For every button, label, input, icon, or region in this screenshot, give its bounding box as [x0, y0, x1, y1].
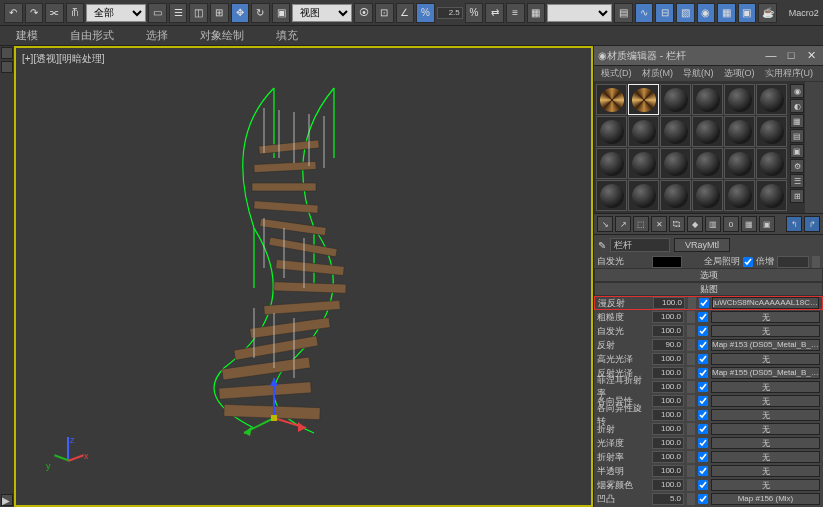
sample-slot[interactable] [724, 180, 755, 211]
param-value[interactable]: 100.0 [652, 311, 684, 323]
param-map-button[interactable]: 无 [711, 451, 820, 463]
sample-slot[interactable] [596, 180, 627, 211]
video-icon[interactable]: ▣ [790, 144, 804, 158]
sample-slot[interactable] [756, 180, 787, 211]
param-value[interactable]: 100.0 [652, 381, 684, 393]
snap-toggle[interactable]: ⊡ [375, 3, 394, 23]
param-map-button[interactable]: 无 [711, 423, 820, 435]
graphite-button[interactable]: ▧ [676, 3, 695, 23]
tab-populate[interactable]: 填充 [260, 25, 314, 46]
assign-icon[interactable]: ⬚ [633, 216, 649, 232]
param-checkbox[interactable] [698, 410, 708, 420]
perspective-viewport[interactable]: [+][透视][明暗处理] [14, 46, 593, 507]
region-button[interactable]: ◫ [189, 3, 208, 23]
tab-freeform[interactable]: 自由形式 [54, 25, 130, 46]
param-value[interactable]: 100.0 [652, 423, 684, 435]
param-spinner[interactable] [687, 367, 695, 379]
select-button[interactable]: ▭ [148, 3, 167, 23]
render-setup-button[interactable]: ▦ [717, 3, 736, 23]
param-checkbox[interactable] [698, 382, 708, 392]
put-mat-icon[interactable]: ↗ [615, 216, 631, 232]
param-map-button[interactable]: 无 [711, 465, 820, 477]
param-spinner[interactable] [687, 353, 695, 365]
tab-object-paint[interactable]: 对象绘制 [184, 25, 260, 46]
param-map-button[interactable]: 无 [711, 353, 820, 365]
tab-modeling[interactable]: 建模 [0, 25, 54, 46]
param-value[interactable]: 100.0 [652, 395, 684, 407]
tab-selection[interactable]: 选择 [130, 25, 184, 46]
param-map-button[interactable]: Map #153 (DS05_Metal_B_R.jpg) [711, 339, 820, 351]
self-illum-swatch[interactable] [652, 256, 682, 268]
param-checkbox[interactable] [698, 368, 708, 378]
sample-slot[interactable] [660, 84, 691, 115]
sample-slot[interactable] [660, 116, 691, 147]
mat-id-icon[interactable]: 0 [723, 216, 739, 232]
spinner-snap-value[interactable]: 2.5 [437, 7, 463, 19]
sample-slot[interactable] [628, 116, 659, 147]
param-spinner[interactable] [687, 339, 695, 351]
sample-slot[interactable] [756, 116, 787, 147]
param-spinner[interactable] [688, 297, 696, 309]
param-map-button[interactable]: 无 [711, 437, 820, 449]
mat-menu-nav[interactable]: 导航(N) [679, 67, 718, 80]
expand2-icon[interactable] [1, 61, 13, 73]
redo-button[interactable]: ↷ [25, 3, 44, 23]
sample-slot[interactable] [660, 180, 691, 211]
param-checkbox[interactable] [698, 452, 708, 462]
mat-menu-material[interactable]: 材质(M) [638, 67, 678, 80]
param-value[interactable]: 100.0 [652, 353, 684, 365]
material-name-input[interactable] [610, 238, 670, 252]
dropper-icon[interactable]: ✎ [598, 240, 606, 251]
expand-icon[interactable] [1, 47, 13, 59]
bg-icon[interactable]: ▦ [790, 114, 804, 128]
show-map-icon[interactable]: ▦ [741, 216, 757, 232]
angle-snap-toggle[interactable]: ∠ [396, 3, 415, 23]
put-lib-icon[interactable]: ▥ [705, 216, 721, 232]
param-checkbox[interactable] [698, 438, 708, 448]
sample-slot[interactable] [692, 116, 723, 147]
ref-coord-dropdown[interactable]: 视图 [292, 4, 352, 22]
sample-slot[interactable] [724, 116, 755, 147]
param-checkbox[interactable] [698, 494, 708, 504]
go-forward-icon[interactable]: ↱ [804, 216, 820, 232]
maximize-icon[interactable]: □ [783, 49, 799, 62]
param-map-button[interactable]: Map #156 (Mix) [711, 493, 820, 505]
param-checkbox[interactable] [698, 480, 708, 490]
param-spinner[interactable] [687, 437, 695, 449]
sample-slot[interactable] [628, 84, 659, 115]
param-value[interactable]: 100.0 [652, 437, 684, 449]
param-map-button[interactable]: 无 [711, 311, 820, 323]
named-selection-dropdown[interactable] [547, 4, 612, 22]
make-unique-icon[interactable]: ◆ [687, 216, 703, 232]
sample-type-icon[interactable]: ◉ [790, 84, 804, 98]
scale-button[interactable]: ▣ [272, 3, 291, 23]
material-editor-titlebar[interactable]: ◉ 材质编辑器 - 栏杆 — □ ✕ [594, 46, 823, 66]
param-value[interactable]: 100.0 [652, 451, 684, 463]
rollout-maps[interactable]: 贴图 [594, 282, 823, 296]
pivot-button[interactable]: ⦿ [354, 3, 373, 23]
param-map-button[interactable]: juWCbS8fNcAAAAAAL18Cs065.jpg) [712, 297, 819, 309]
param-value[interactable]: 100.0 [652, 325, 684, 337]
sample-slot[interactable] [692, 84, 723, 115]
param-value[interactable]: 100.0 [652, 479, 684, 491]
sample-slot[interactable] [596, 116, 627, 147]
undo-button[interactable]: ↶ [4, 3, 23, 23]
show-end-icon[interactable]: ▣ [759, 216, 775, 232]
slots-3x2-icon[interactable]: ⊞ [790, 189, 804, 203]
param-map-button[interactable]: 无 [711, 409, 820, 421]
selection-filter-dropdown[interactable]: 全部 [86, 4, 146, 22]
mult-value[interactable] [777, 256, 809, 268]
get-mat-icon[interactable]: ↘ [597, 216, 613, 232]
uv-icon[interactable]: ▤ [790, 129, 804, 143]
layers-button[interactable]: ▤ [614, 3, 633, 23]
param-value[interactable]: 100.0 [652, 409, 684, 421]
param-spinner[interactable] [687, 423, 695, 435]
rotate-button[interactable]: ↻ [251, 3, 270, 23]
options-icon[interactable]: ⚙ [790, 159, 804, 173]
sample-slot[interactable] [724, 84, 755, 115]
render-frame-button[interactable]: ▣ [738, 3, 757, 23]
sample-slot[interactable] [628, 148, 659, 179]
minimize-icon[interactable]: — [763, 49, 779, 62]
unlink-button[interactable]: ⫚ [66, 3, 85, 23]
sample-slot[interactable] [628, 180, 659, 211]
